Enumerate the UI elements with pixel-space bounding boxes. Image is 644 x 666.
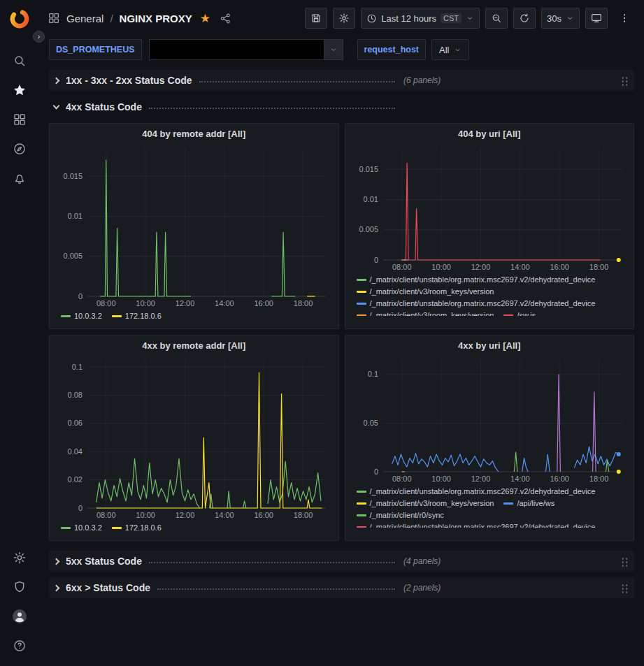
- legend-swatch: [61, 527, 71, 529]
- timeseries-chart[interactable]: 08:0010:0012:0014:0016:0018:0000.050.1: [351, 354, 629, 486]
- panel-title[interactable]: 4xx by uri [All]: [351, 339, 629, 353]
- chart-legend: 10.0.3.2172.18.0.6: [55, 522, 333, 533]
- row-title: 6xx > Status Code: [66, 582, 150, 593]
- settings-icon[interactable]: [6, 543, 34, 572]
- legend-item[interactable]: /_matrix/client/v3/room_keys/version: [357, 498, 494, 509]
- request-host-value: All: [439, 45, 449, 55]
- breadcrumb-title[interactable]: NGINX PROXY: [120, 13, 192, 24]
- alerting-icon[interactable]: [6, 164, 34, 193]
- legend-swatch: [357, 514, 366, 516]
- timeseries-chart[interactable]: 08:0010:0012:0014:0016:0018:0000.0050.01…: [55, 143, 333, 310]
- legend-item[interactable]: /api/live/ws: [503, 498, 554, 509]
- chart-legend: /_matrix/client/unstable/org.matrix.msc2…: [351, 274, 629, 316]
- row-header-4xx[interactable]: 4xx Status Code: [49, 96, 634, 117]
- svg-text:0.08: 0.08: [68, 391, 83, 399]
- timeseries-chart[interactable]: 08:0010:0012:0014:0016:0018:0000.0050.01…: [351, 143, 629, 274]
- legend-swatch: [112, 315, 122, 317]
- legend-series-name: /_matrix/client/v3/room_keys/version: [370, 286, 494, 297]
- legend-item[interactable]: /_matrix/client/unstable/org.matrix.msc2…: [357, 521, 596, 528]
- panel-title[interactable]: 4xx by remote addr [All]: [55, 339, 333, 353]
- breadcrumb-separator: /: [110, 13, 113, 24]
- timezone-badge: CST: [441, 13, 461, 23]
- dashboard-settings-button[interactable]: [333, 8, 355, 29]
- svg-text:14:00: 14:00: [215, 299, 234, 307]
- row-header-1xx-3xx-2xx[interactable]: 1xx - 3xx - 2xx Status Code (6 panels): [49, 70, 634, 91]
- legend-series-name: /_matrix/client/unstable/org.matrix.msc2…: [370, 486, 596, 497]
- row-drag-handle[interactable]: [621, 75, 629, 86]
- legend-item[interactable]: /_matrix/client/v3/room_keys/version: [357, 310, 494, 316]
- svg-text:0: 0: [78, 504, 83, 512]
- refresh-interval-label: 30s: [547, 13, 561, 24]
- refresh-icon: [519, 13, 530, 24]
- datasource-value-redacted[interactable]: [149, 39, 324, 60]
- legend-item[interactable]: /_matrix/client/unstable/org.matrix.msc2…: [357, 274, 596, 285]
- legend-item[interactable]: /sw.js: [503, 310, 536, 316]
- legend-item[interactable]: /_matrix/client/v3/room_keys/version: [357, 286, 494, 297]
- tv-mode-button[interactable]: [585, 8, 608, 29]
- refresh-button[interactable]: [513, 8, 536, 29]
- timeseries-chart[interactable]: 08:0010:0012:0014:0016:0018:0000.020.040…: [55, 354, 333, 522]
- request-host-select[interactable]: All: [431, 39, 469, 60]
- chevron-down-icon[interactable]: [324, 39, 343, 60]
- svg-text:0: 0: [373, 468, 378, 476]
- avatar[interactable]: [6, 602, 34, 631]
- save-button[interactable]: [305, 8, 327, 29]
- grafana-logo[interactable]: [8, 7, 31, 31]
- legend-item[interactable]: 172.18.0.6: [112, 310, 162, 321]
- chevron-right-icon: [53, 584, 60, 591]
- legend-series-name: /_matrix/client/r0/sync: [370, 509, 444, 521]
- help-icon[interactable]: [6, 631, 34, 660]
- svg-text:16:00: 16:00: [254, 511, 273, 519]
- panel-4xx-by-remote-addr: 4xx by remote addr [All] 08:0010:0012:00…: [49, 335, 339, 541]
- row-leader-dots: [149, 108, 395, 109]
- security-icon[interactable]: [6, 572, 34, 602]
- panel-grid: 404 by remote addr [All] 08:0010:0012:00…: [49, 123, 634, 541]
- panel-title[interactable]: 404 by uri [All]: [351, 127, 629, 141]
- explore-icon[interactable]: [6, 134, 34, 164]
- save-icon: [310, 13, 322, 24]
- favorite-star-icon[interactable]: ★: [200, 13, 210, 24]
- svg-text:12:00: 12:00: [471, 475, 490, 483]
- svg-text:10:00: 10:00: [431, 475, 451, 483]
- svg-text:14:00: 14:00: [215, 511, 234, 519]
- svg-text:0.05: 0.05: [363, 419, 378, 427]
- legend-swatch: [61, 315, 71, 317]
- legend-item[interactable]: 10.0.3.2: [61, 310, 102, 321]
- svg-text:0.01: 0.01: [68, 212, 83, 220]
- breadcrumb-section[interactable]: General: [66, 13, 103, 24]
- row-header-5xx[interactable]: 5xx Status Code (4 panels): [49, 551, 634, 572]
- svg-text:16:00: 16:00: [254, 299, 273, 307]
- apps-icon[interactable]: [48, 12, 60, 24]
- legend-item[interactable]: 172.18.0.6: [112, 522, 162, 533]
- dashboard-content: 1xx - 3xx - 2xx Status Code (6 panels) 4…: [39, 67, 644, 598]
- kebab-menu-button[interactable]: [613, 8, 636, 29]
- datasource-select[interactable]: [149, 39, 343, 60]
- legend-series-name: 10.0.3.2: [74, 310, 102, 321]
- chevron-down-icon: [53, 103, 60, 110]
- row-drag-handle[interactable]: [621, 583, 629, 593]
- row-drag-handle[interactable]: [621, 556, 629, 567]
- legend-series-name: /_matrix/client/unstable/org.matrix.msc2…: [370, 274, 596, 285]
- legend-item[interactable]: 10.0.3.2: [61, 522, 102, 533]
- variables-row: DS_PROMETHEUS request_host All: [39, 36, 644, 67]
- svg-text:08:00: 08:00: [96, 511, 116, 519]
- refresh-interval-picker[interactable]: 30s: [541, 8, 580, 29]
- share-icon[interactable]: [220, 13, 231, 24]
- variable-label-ds-prometheus: DS_PROMETHEUS: [49, 39, 142, 60]
- clock-icon: [366, 13, 377, 24]
- legend-item[interactable]: /_matrix/client/r0/sync: [357, 509, 444, 521]
- legend-item[interactable]: /_matrix/client/unstable/org.matrix.msc2…: [357, 298, 596, 309]
- panel-title[interactable]: 404 by remote addr [All]: [55, 127, 333, 141]
- row-header-6xx[interactable]: 6xx > Status Code (2 panels): [49, 577, 634, 598]
- svg-text:08:00: 08:00: [96, 299, 116, 307]
- svg-text:16:00: 16:00: [550, 475, 569, 483]
- legend-item[interactable]: /_matrix/client/unstable/org.matrix.msc2…: [357, 486, 596, 497]
- dashboards-icon[interactable]: [6, 105, 34, 134]
- search-icon[interactable]: [6, 46, 34, 75]
- zoom-out-button[interactable]: [485, 8, 508, 29]
- time-range-picker[interactable]: Last 12 hours CST: [361, 8, 480, 29]
- row-title: 1xx - 3xx - 2xx Status Code: [66, 75, 192, 86]
- sidebar-expand-chevron-icon[interactable]: ›: [33, 31, 45, 43]
- starred-icon[interactable]: [6, 75, 34, 105]
- svg-text:18:00: 18:00: [589, 263, 608, 271]
